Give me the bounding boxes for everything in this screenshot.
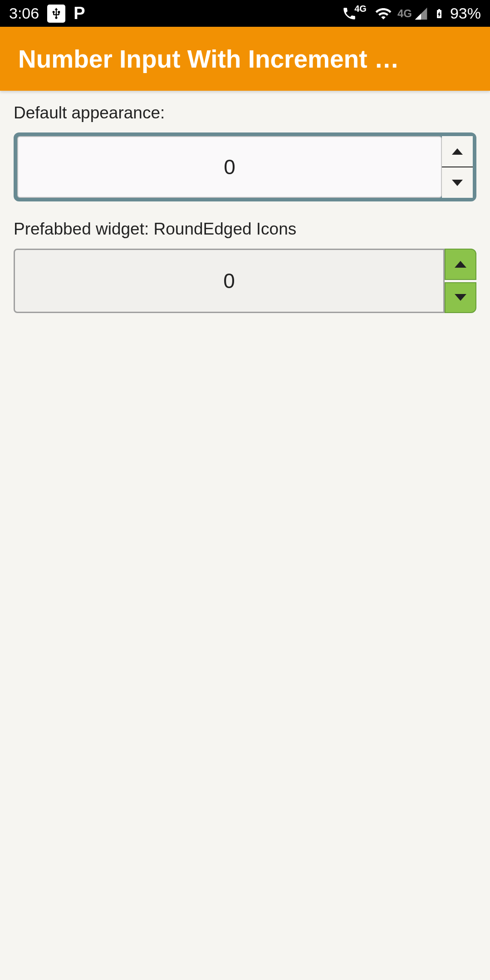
phone-4g-label: 4G	[354, 4, 367, 14]
default-appearance-label: Default appearance:	[14, 103, 476, 122]
battery-charging-icon	[434, 5, 445, 22]
chevron-down-icon	[455, 294, 466, 301]
default-stepper-input[interactable]: 0	[17, 136, 442, 198]
app-title: Number Input With Increment …	[18, 44, 399, 74]
status-right: 4G 4G 93%	[342, 5, 481, 22]
roundedged-stepper-buttons	[445, 249, 476, 313]
signal-4g-dim-label: 4G	[397, 7, 412, 20]
p-icon: P	[74, 4, 84, 23]
chevron-down-icon	[452, 180, 463, 186]
roundedged-stepper-input[interactable]: 0	[14, 249, 445, 313]
default-stepper-buttons	[442, 136, 473, 198]
status-time: 3:06	[9, 5, 39, 22]
usb-icon	[47, 5, 65, 23]
phone-4g-icon: 4G	[342, 6, 369, 21]
default-stepper-decrement[interactable]	[442, 167, 473, 198]
wifi-icon	[375, 5, 392, 22]
default-stepper: 0	[14, 132, 476, 201]
signal-group: 4G	[397, 6, 428, 21]
content: Default appearance: 0 Prefabbed widget: …	[0, 91, 490, 326]
roundedged-stepper-decrement[interactable]	[445, 282, 476, 314]
app-bar: Number Input With Increment …	[0, 27, 490, 91]
chevron-up-icon	[455, 261, 466, 268]
default-stepper-increment[interactable]	[442, 136, 473, 167]
status-bar: 3:06 P 4G 4G 93%	[0, 0, 490, 27]
roundedged-stepper: 0	[14, 249, 476, 313]
roundedged-label: Prefabbed widget: RoundEdged Icons	[14, 220, 476, 239]
status-left: 3:06 P	[9, 4, 84, 23]
chevron-up-icon	[452, 148, 463, 155]
signal-icon	[414, 6, 428, 21]
roundedged-stepper-increment[interactable]	[445, 249, 476, 280]
battery-percent: 93%	[450, 5, 481, 22]
